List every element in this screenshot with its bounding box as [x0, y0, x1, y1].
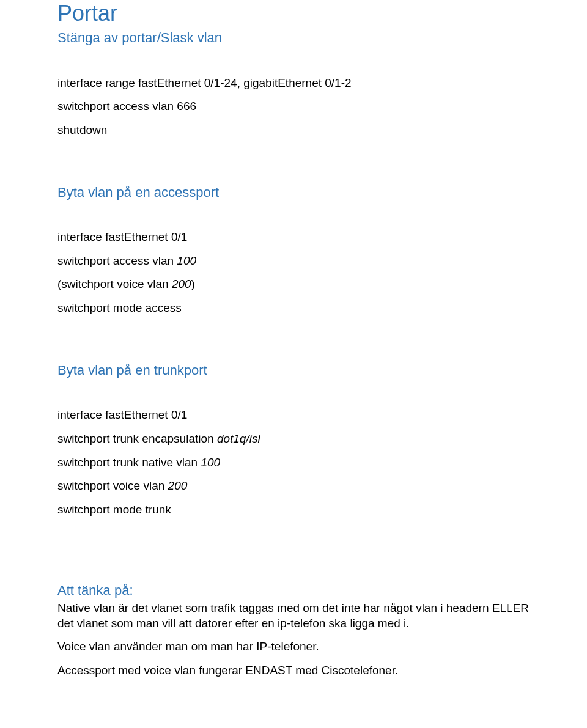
code-line: switchport voice vlan 200 [57, 479, 530, 494]
section-heading: Stänga av portar/Slask vlan [57, 30, 530, 46]
text-italic: 100 [177, 254, 196, 267]
code-line: interface fastEthernet 0/1 [57, 408, 530, 423]
code-line: shutdown [57, 123, 530, 138]
text: ) [191, 278, 195, 290]
text: switchport trunk native vlan [57, 456, 201, 469]
text: shutdown [57, 123, 107, 136]
text-italic: 100 [201, 456, 220, 469]
text: interface range fastEthernet 0/1-24, gig… [57, 76, 352, 89]
text-italic: 200 [168, 479, 188, 492]
code-line: switchport mode trunk [57, 502, 530, 518]
notes-heading: Att tänka på: [57, 583, 530, 598]
text-italic: dot1q/isl [217, 432, 260, 445]
section-heading: Byta vlan på en accessport [57, 185, 530, 200]
note-line: Accessport med voice vlan fungerar ENDAS… [57, 663, 530, 678]
code-line: switchport access vlan 100 [57, 254, 530, 269]
text: (switchport voice vlan [57, 278, 172, 290]
text: switchport access vlan 666 [57, 100, 196, 112]
code-line: (switchport voice vlan 200) [57, 277, 530, 292]
code-line: switchport access vlan 666 [57, 99, 530, 114]
code-line: interface range fastEthernet 0/1-24, gig… [57, 76, 530, 91]
note-line: Native vlan är det vlanet som trafik tag… [57, 601, 530, 631]
page-title: Portar [57, 0, 530, 26]
document-page: Portar Stänga av portar/Slask vlan inter… [0, 0, 587, 715]
code-line: switchport mode access [57, 301, 530, 316]
section-heading: Byta vlan på en trunkport [57, 362, 530, 378]
code-line: switchport trunk encapsulation dot1q/isl [57, 432, 530, 447]
code-line: interface fastEthernet 0/1 [57, 230, 530, 245]
text: switchport mode access [57, 301, 182, 314]
text: switchport access vlan [57, 254, 177, 267]
text: interface fastEthernet 0/1 [57, 408, 187, 421]
text: switchport mode trunk [57, 503, 171, 516]
text: switchport trunk encapsulation [57, 432, 217, 445]
text: switchport voice vlan [57, 479, 168, 492]
note-line: Voice vlan använder man om man har IP-te… [57, 639, 530, 655]
code-line: switchport trunk native vlan 100 [57, 455, 530, 471]
text: interface fastEthernet 0/1 [57, 230, 187, 243]
text-italic: 200 [172, 278, 191, 290]
